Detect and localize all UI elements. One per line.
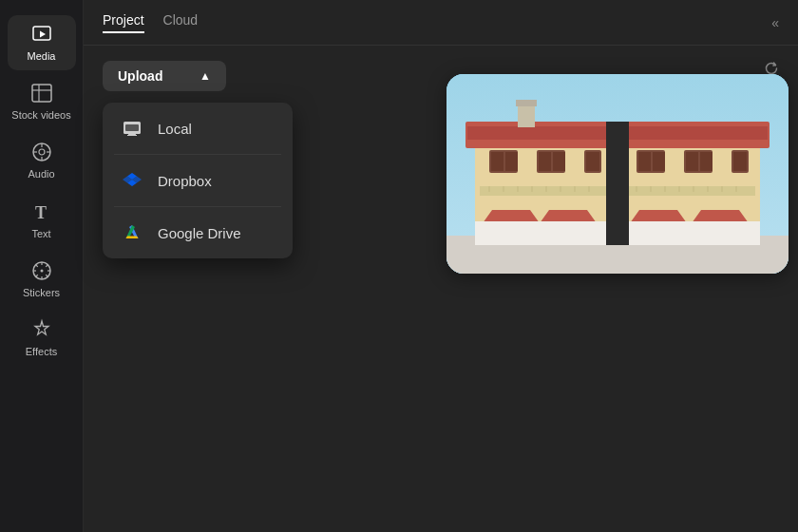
- sidebar-item-audio[interactable]: Audio: [8, 133, 76, 188]
- text-icon: T: [30, 200, 53, 223]
- sidebar-item-label-text: Text: [31, 228, 50, 240]
- chevron-up-icon: ▲: [200, 69, 211, 83]
- stock-videos-icon: [30, 82, 53, 104]
- svg-marker-1: [40, 31, 46, 38]
- stickers-icon: [30, 259, 53, 282]
- svg-marker-22: [35, 321, 48, 334]
- sidebar-item-text[interactable]: T Text: [8, 193, 76, 248]
- svg-point-13: [40, 269, 43, 272]
- svg-rect-85: [475, 221, 608, 245]
- sidebar-item-stock-videos[interactable]: Stock videos: [8, 74, 76, 129]
- svg-line-19: [46, 275, 48, 276]
- sidebar-item-label-stickers: Stickers: [23, 287, 60, 299]
- sidebar: Media Stock videos Audio: [0, 0, 84, 532]
- sidebar-item-label-stock: Stock videos: [11, 109, 70, 122]
- svg-text:T: T: [35, 203, 47, 222]
- local-icon: [122, 118, 142, 139]
- svg-rect-40: [467, 126, 611, 140]
- dropdown-item-google-drive[interactable]: Google Drive: [103, 207, 293, 258]
- upload-button[interactable]: Upload ▲: [103, 61, 226, 91]
- sidebar-item-label-media: Media: [28, 50, 56, 63]
- collapse-button[interactable]: «: [771, 15, 779, 30]
- svg-rect-80: [627, 192, 755, 196]
- svg-rect-24: [125, 124, 139, 131]
- svg-line-18: [35, 264, 37, 266]
- tab-project[interactable]: Project: [103, 12, 144, 33]
- svg-point-6: [39, 149, 45, 155]
- svg-rect-44: [516, 100, 537, 106]
- svg-rect-54: [638, 152, 651, 171]
- google-drive-icon: [122, 222, 142, 243]
- svg-rect-87: [606, 122, 629, 245]
- tab-bar: Project Cloud «: [84, 0, 798, 46]
- content-area: Upload ▲ Local: [84, 46, 798, 532]
- svg-rect-58: [700, 152, 712, 171]
- svg-rect-55: [653, 152, 665, 171]
- svg-rect-49: [539, 152, 551, 171]
- dropdown-item-local[interactable]: Local: [103, 103, 293, 154]
- svg-rect-60: [733, 152, 747, 171]
- svg-rect-47: [505, 152, 518, 171]
- sidebar-item-label-effects: Effects: [26, 346, 57, 358]
- svg-marker-33: [126, 237, 139, 239]
- sidebar-item-media[interactable]: Media: [8, 15, 76, 70]
- local-label: Local: [158, 121, 192, 137]
- svg-line-20: [46, 264, 48, 266]
- dropbox-icon: [122, 170, 142, 191]
- sidebar-item-stickers[interactable]: Stickers: [8, 252, 76, 307]
- svg-rect-42: [624, 126, 768, 140]
- audio-icon: [30, 141, 53, 163]
- sidebar-item-effects[interactable]: Effects: [8, 311, 76, 366]
- upload-label: Upload: [118, 68, 162, 84]
- tab-cloud[interactable]: Cloud: [163, 12, 199, 33]
- svg-rect-2: [32, 85, 51, 102]
- svg-line-21: [35, 275, 37, 276]
- media-icon: [30, 23, 53, 46]
- main-content: Project Cloud « Upload ▲: [84, 0, 798, 532]
- svg-rect-52: [586, 152, 599, 171]
- effects-icon: [30, 318, 53, 341]
- upload-dropdown: Local Dropbox: [103, 103, 293, 258]
- dropdown-item-dropbox[interactable]: Dropbox: [103, 155, 293, 206]
- sidebar-item-label-audio: Audio: [28, 168, 54, 180]
- svg-rect-86: [627, 221, 760, 245]
- svg-rect-50: [553, 152, 565, 171]
- dropbox-label: Dropbox: [158, 173, 212, 189]
- media-card-building: [446, 74, 788, 274]
- svg-rect-70: [480, 192, 608, 196]
- svg-rect-57: [686, 152, 698, 171]
- google-drive-label: Google Drive: [158, 225, 241, 241]
- svg-rect-46: [491, 152, 504, 171]
